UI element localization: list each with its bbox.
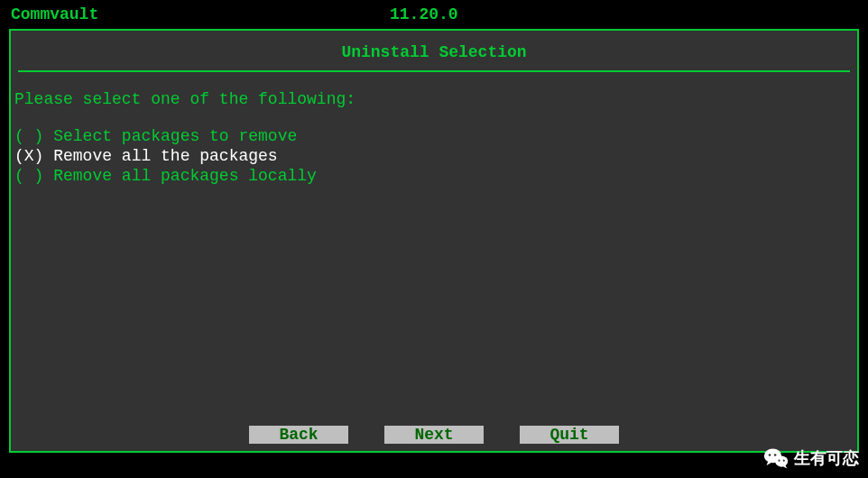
chat-bubble-icon	[763, 446, 789, 471]
svg-point-2	[774, 454, 777, 456]
button-bar: Back Next Quit	[11, 426, 857, 444]
svg-point-4	[778, 460, 780, 462]
svg-point-3	[775, 455, 788, 466]
quit-button[interactable]: Quit	[520, 426, 619, 444]
option-label: Remove all packages locally	[53, 167, 317, 185]
options-list: ( ) Select packages to remove (X) Remove…	[14, 126, 854, 186]
option-select-packages[interactable]: ( ) Select packages to remove	[14, 126, 854, 146]
next-button[interactable]: Next	[384, 426, 484, 444]
svg-point-5	[783, 460, 785, 462]
radio-marker: (X)	[14, 147, 53, 165]
radio-marker: ( )	[14, 127, 53, 145]
dialog-title: Uninstall Selection	[11, 31, 857, 70]
dialog-content: Please select one of the following: ( ) …	[11, 72, 857, 204]
back-button[interactable]: Back	[249, 426, 348, 444]
option-remove-locally[interactable]: ( ) Remove all packages locally	[14, 166, 854, 186]
app-name: Commvault	[11, 5, 390, 23]
watermark: 生有可恋	[763, 446, 859, 471]
watermark-text: 生有可恋	[794, 447, 859, 469]
dialog-box: Uninstall Selection Please select one of…	[9, 29, 859, 453]
option-remove-all[interactable]: (X) Remove all the packages	[14, 146, 854, 166]
header: Commvault 11.20.0	[0, 0, 868, 29]
option-label: Select packages to remove	[53, 127, 297, 145]
prompt-text: Please select one of the following:	[14, 90, 854, 108]
radio-marker: ( )	[14, 167, 53, 185]
svg-point-1	[769, 454, 771, 456]
app-version: 11.20.0	[390, 5, 458, 23]
option-label: Remove all the packages	[53, 147, 277, 165]
